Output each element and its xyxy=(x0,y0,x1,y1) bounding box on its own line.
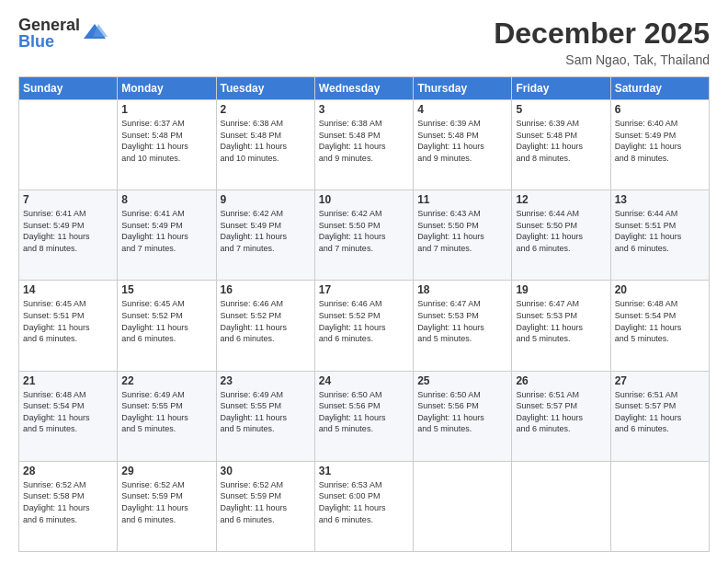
day-number: 30 xyxy=(221,465,311,477)
cell-info: Sunrise: 6:39 AMSunset: 5:48 PMDaylight:… xyxy=(417,118,507,164)
table-row: 3Sunrise: 6:38 AMSunset: 5:48 PMDaylight… xyxy=(314,100,413,190)
cell-info: Sunrise: 6:48 AMSunset: 5:54 PMDaylight:… xyxy=(615,298,705,344)
cell-info: Sunrise: 6:44 AMSunset: 5:50 PMDaylight:… xyxy=(516,208,606,254)
cell-info: Sunrise: 6:45 AMSunset: 5:52 PMDaylight:… xyxy=(121,298,211,344)
table-row: 10Sunrise: 6:42 AMSunset: 5:50 PMDayligh… xyxy=(314,190,413,281)
col-saturday: Saturday xyxy=(610,77,709,100)
cell-info: Sunrise: 6:46 AMSunset: 5:52 PMDaylight:… xyxy=(221,298,311,344)
day-number: 11 xyxy=(417,193,507,206)
calendar-week-row: 1Sunrise: 6:37 AMSunset: 5:48 PMDaylight… xyxy=(19,100,710,190)
table-row: 13Sunrise: 6:44 AMSunset: 5:51 PMDayligh… xyxy=(610,190,709,281)
table-row: 9Sunrise: 6:42 AMSunset: 5:49 PMDaylight… xyxy=(216,190,314,281)
table-row: 16Sunrise: 6:46 AMSunset: 5:52 PMDayligh… xyxy=(216,281,314,371)
table-row: 21Sunrise: 6:48 AMSunset: 5:54 PMDayligh… xyxy=(19,371,118,461)
day-number: 4 xyxy=(417,103,507,116)
day-number: 3 xyxy=(319,103,409,116)
table-row: 31Sunrise: 6:53 AMSunset: 6:00 PMDayligh… xyxy=(314,461,413,551)
cell-info: Sunrise: 6:53 AMSunset: 6:00 PMDaylight:… xyxy=(319,479,409,525)
table-row: 26Sunrise: 6:51 AMSunset: 5:57 PMDayligh… xyxy=(512,371,610,461)
calendar-week-row: 14Sunrise: 6:45 AMSunset: 5:51 PMDayligh… xyxy=(19,281,710,371)
table-row: 19Sunrise: 6:47 AMSunset: 5:53 PMDayligh… xyxy=(512,281,610,371)
table-row: 27Sunrise: 6:51 AMSunset: 5:57 PMDayligh… xyxy=(610,371,709,461)
table-row: 24Sunrise: 6:50 AMSunset: 5:56 PMDayligh… xyxy=(314,371,413,461)
table-row: 6Sunrise: 6:40 AMSunset: 5:49 PMDaylight… xyxy=(610,100,709,190)
day-number: 12 xyxy=(516,193,606,206)
cell-info: Sunrise: 6:45 AMSunset: 5:51 PMDaylight:… xyxy=(23,298,113,344)
table-row: 12Sunrise: 6:44 AMSunset: 5:50 PMDayligh… xyxy=(512,190,610,281)
logo-icon xyxy=(82,20,108,46)
calendar-header-row: Sunday Monday Tuesday Wednesday Thursday… xyxy=(19,77,710,100)
col-friday: Friday xyxy=(512,77,610,100)
day-number: 19 xyxy=(516,283,606,296)
day-number: 28 xyxy=(23,465,113,477)
day-number: 20 xyxy=(615,283,705,296)
table-row: 29Sunrise: 6:52 AMSunset: 5:59 PMDayligh… xyxy=(118,461,216,551)
title-block: December 2025 Sam Ngao, Tak, Thailand xyxy=(494,17,710,67)
cell-info: Sunrise: 6:40 AMSunset: 5:49 PMDaylight:… xyxy=(615,118,705,164)
cell-info: Sunrise: 6:47 AMSunset: 5:53 PMDaylight:… xyxy=(417,298,507,344)
day-number: 27 xyxy=(615,374,705,387)
table-row: 23Sunrise: 6:49 AMSunset: 5:55 PMDayligh… xyxy=(216,371,314,461)
table-row: 25Sunrise: 6:50 AMSunset: 5:56 PMDayligh… xyxy=(414,371,512,461)
cell-info: Sunrise: 6:42 AMSunset: 5:49 PMDaylight:… xyxy=(221,208,311,254)
table-row: 5Sunrise: 6:39 AMSunset: 5:48 PMDaylight… xyxy=(512,100,610,190)
cell-info: Sunrise: 6:43 AMSunset: 5:50 PMDaylight:… xyxy=(417,208,507,254)
cell-info: Sunrise: 6:46 AMSunset: 5:52 PMDaylight:… xyxy=(319,298,409,344)
table-row: 22Sunrise: 6:49 AMSunset: 5:55 PMDayligh… xyxy=(118,371,216,461)
day-number: 25 xyxy=(417,374,507,387)
page: General Blue December 2025 Sam Ngao, Tak… xyxy=(0,0,728,563)
cell-info: Sunrise: 6:51 AMSunset: 5:57 PMDaylight:… xyxy=(516,389,606,435)
day-number: 24 xyxy=(319,374,409,387)
cell-info: Sunrise: 6:44 AMSunset: 5:51 PMDaylight:… xyxy=(615,208,705,254)
logo-general: General xyxy=(18,17,80,33)
logo-blue: Blue xyxy=(18,33,80,50)
table-row: 1Sunrise: 6:37 AMSunset: 5:48 PMDaylight… xyxy=(118,100,216,190)
table-row: 18Sunrise: 6:47 AMSunset: 5:53 PMDayligh… xyxy=(414,281,512,371)
cell-info: Sunrise: 6:37 AMSunset: 5:48 PMDaylight:… xyxy=(121,118,211,164)
table-row xyxy=(512,461,610,551)
table-row: 2Sunrise: 6:38 AMSunset: 5:48 PMDaylight… xyxy=(216,100,314,190)
table-row xyxy=(414,461,512,551)
cell-info: Sunrise: 6:52 AMSunset: 5:58 PMDaylight:… xyxy=(23,479,113,525)
table-row: 4Sunrise: 6:39 AMSunset: 5:48 PMDaylight… xyxy=(414,100,512,190)
cell-info: Sunrise: 6:52 AMSunset: 5:59 PMDaylight:… xyxy=(121,479,211,525)
col-tuesday: Tuesday xyxy=(216,77,314,100)
header: General Blue December 2025 Sam Ngao, Tak… xyxy=(18,17,710,67)
col-thursday: Thursday xyxy=(414,77,512,100)
table-row: 14Sunrise: 6:45 AMSunset: 5:51 PMDayligh… xyxy=(19,281,118,371)
day-number: 31 xyxy=(319,465,409,477)
day-number: 23 xyxy=(221,374,311,387)
table-row: 15Sunrise: 6:45 AMSunset: 5:52 PMDayligh… xyxy=(118,281,216,371)
calendar-week-row: 7Sunrise: 6:41 AMSunset: 5:49 PMDaylight… xyxy=(19,190,710,281)
cell-info: Sunrise: 6:47 AMSunset: 5:53 PMDaylight:… xyxy=(516,298,606,344)
table-row: 28Sunrise: 6:52 AMSunset: 5:58 PMDayligh… xyxy=(19,461,118,551)
cell-info: Sunrise: 6:50 AMSunset: 5:56 PMDaylight:… xyxy=(417,389,507,435)
day-number: 9 xyxy=(221,193,311,206)
day-number: 7 xyxy=(23,193,113,206)
day-number: 15 xyxy=(121,283,211,296)
cell-info: Sunrise: 6:48 AMSunset: 5:54 PMDaylight:… xyxy=(23,389,113,435)
cell-info: Sunrise: 6:38 AMSunset: 5:48 PMDaylight:… xyxy=(319,118,409,164)
day-number: 17 xyxy=(319,283,409,296)
calendar-table: Sunday Monday Tuesday Wednesday Thursday… xyxy=(18,76,710,552)
cell-info: Sunrise: 6:41 AMSunset: 5:49 PMDaylight:… xyxy=(23,208,113,254)
day-number: 2 xyxy=(221,103,311,116)
day-number: 16 xyxy=(221,283,311,296)
cell-info: Sunrise: 6:49 AMSunset: 5:55 PMDaylight:… xyxy=(121,389,211,435)
col-monday: Monday xyxy=(118,77,216,100)
col-wednesday: Wednesday xyxy=(314,77,413,100)
day-number: 10 xyxy=(319,193,409,206)
table-row xyxy=(610,461,709,551)
cell-info: Sunrise: 6:51 AMSunset: 5:57 PMDaylight:… xyxy=(615,389,705,435)
table-row: 20Sunrise: 6:48 AMSunset: 5:54 PMDayligh… xyxy=(610,281,709,371)
cell-info: Sunrise: 6:38 AMSunset: 5:48 PMDaylight:… xyxy=(221,118,311,164)
table-row: 8Sunrise: 6:41 AMSunset: 5:49 PMDaylight… xyxy=(118,190,216,281)
cell-info: Sunrise: 6:39 AMSunset: 5:48 PMDaylight:… xyxy=(516,118,606,164)
day-number: 26 xyxy=(516,374,606,387)
day-number: 13 xyxy=(615,193,705,206)
cell-info: Sunrise: 6:50 AMSunset: 5:56 PMDaylight:… xyxy=(319,389,409,435)
logo: General Blue xyxy=(18,17,108,50)
table-row xyxy=(19,100,118,190)
cell-info: Sunrise: 6:52 AMSunset: 5:59 PMDaylight:… xyxy=(221,479,311,525)
cell-info: Sunrise: 6:49 AMSunset: 5:55 PMDaylight:… xyxy=(221,389,311,435)
